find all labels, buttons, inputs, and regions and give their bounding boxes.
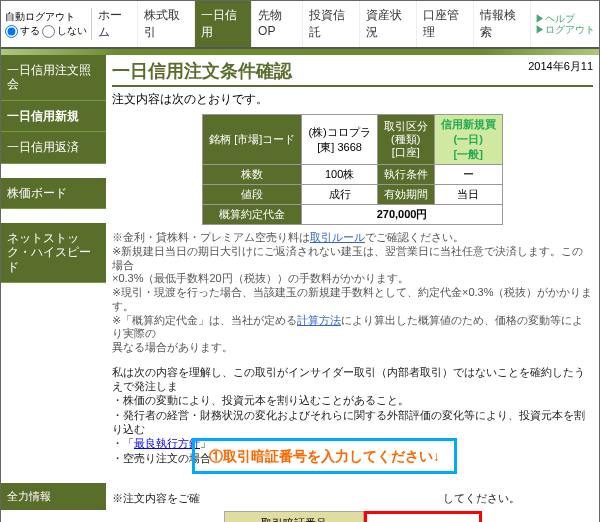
note-2: ※新規建日当日の期日大引けにご返済されない建玉は、翌営業日に当社任意で決済します…: [112, 245, 583, 271]
note-3: ×0.3%（最低手数料20円（税抜））の手数料がかかります。: [112, 272, 409, 284]
pin-label: 取引暗証番号: [233, 516, 355, 522]
page-title: 一日信用注文条件確認: [112, 59, 593, 87]
auto-logout-label: 自動ログアウト: [5, 10, 87, 24]
sidebar-bottom[interactable]: 全力情報: [1, 483, 106, 510]
para-1: 私は次の内容を理解し、この取引がインサイダー取引（内部者取引）ではないことを確約…: [112, 365, 593, 394]
note-6: 異なる場合があります。: [112, 341, 233, 353]
calc-link[interactable]: 計算方法: [297, 314, 341, 326]
confirm-paragraph: 私は次の内容を理解し、この取引がインサイダー取引（内部者取引）ではないことを確約…: [112, 365, 593, 505]
help-links: ▶ヘルプ ▶ログアウト: [531, 13, 599, 35]
page-date: 2014年6月11: [528, 59, 593, 74]
notes-block: ※金利・貸株料・プレミアム空売り料は取引ルールでご確認ください。 ※新規建日当日…: [112, 231, 593, 355]
sidebar-item-order-list[interactable]: 一日信用注文照会: [1, 55, 106, 101]
th-valid: 有効期間: [377, 185, 434, 205]
top-nav: ホーム 株式取引 一日信用 先物OP 投資信託 資産状況 口座管理 情報検索: [92, 1, 531, 47]
td-est: 270,000円: [302, 205, 502, 225]
th-qty: 株数: [203, 165, 302, 185]
para-2: ・株価の変動により、投資元本を割り込むことがあること。: [112, 393, 593, 407]
order-table: 銘柄 [市場]コード (株)コロプラ [東] 3668 取引区分 (種類) [口…: [202, 114, 503, 225]
nav-account[interactable]: 口座管理: [417, 1, 474, 47]
th-type: 取引区分 (種類) [口座]: [377, 115, 434, 165]
pin-input-highlight: [364, 511, 482, 522]
nav-margin-day[interactable]: 一日信用: [195, 1, 252, 47]
logout-link[interactable]: ▶ログアウト: [535, 24, 595, 35]
sidebar-item-board[interactable]: 株価ボード: [1, 178, 106, 209]
pin-label-box: 取引暗証番号 🔒セキュリティキーボード: [224, 511, 364, 522]
note-4: ※現引・現渡を行った場合、当該建玉の新規建手数料として、約定代金×0.3%（税抜…: [112, 286, 593, 312]
nav-fund[interactable]: 投資信託: [303, 1, 360, 47]
th-est: 概算約定代金: [203, 205, 302, 225]
nav-futures[interactable]: 先物OP: [252, 1, 303, 47]
td-price: 成行: [302, 185, 377, 205]
rules-link[interactable]: 取引ルール: [310, 231, 365, 243]
auto-logout-box: 自動ログアウト する しない: [1, 8, 92, 40]
th-symbol: 銘柄 [市場]コード: [203, 115, 302, 165]
sidebar-item-new[interactable]: 一日信用新規: [1, 101, 106, 132]
para-6b: してください。: [443, 492, 520, 504]
note-1a: ※金利・貸株料・プレミアム空売り料は: [112, 231, 310, 243]
logout-on-radio[interactable]: [5, 25, 18, 38]
td-qty: 100株: [302, 165, 377, 185]
sidebar-item-close[interactable]: 一日信用返済: [1, 132, 106, 163]
td-valid: 当日: [434, 185, 502, 205]
pin-row: 取引暗証番号 🔒セキュリティキーボード: [224, 511, 482, 522]
nav-stock[interactable]: 株式取引: [138, 1, 195, 47]
help-link[interactable]: ▶ヘルプ: [535, 13, 595, 24]
sidebar-item-netstock[interactable]: ネットストック・ハイスピード: [1, 223, 106, 283]
para-6a: ※注文内容をご確: [112, 492, 200, 504]
nav-assets[interactable]: 資産状況: [360, 1, 417, 47]
para-4a: ・「: [112, 437, 134, 449]
nav-info[interactable]: 情報検索: [474, 1, 531, 47]
note-5a: ※「概算約定代金」は、当社が定める: [112, 314, 297, 326]
note-1b: でご確認ください。: [365, 231, 464, 243]
content-area: 2014年6月11 一日信用注文条件確認 注文内容は次のとおりです。 銘柄 [市…: [106, 55, 599, 522]
td-type: 信用新規買 (一日) [一般]: [434, 115, 502, 165]
th-price: 値段: [203, 185, 302, 205]
top-bar: 自動ログアウト する しない ホーム 株式取引 一日信用 先物OP 投資信託 資…: [1, 1, 599, 49]
td-symbol: (株)コロプラ [東] 3668: [302, 115, 377, 165]
logout-on-label: する: [20, 24, 40, 38]
td-cond: ー: [434, 165, 502, 185]
th-cond: 執行条件: [377, 165, 434, 185]
nav-home[interactable]: ホーム: [92, 1, 138, 47]
intro-text: 注文内容は次のとおりです。: [112, 91, 593, 108]
logout-off-label: しない: [57, 24, 87, 38]
callout-pin: ①取引暗証番号を入力してください↓: [192, 438, 457, 474]
sidebar: 一日信用注文照会 一日信用新規 一日信用返済 株価ボード ネットストック・ハイス…: [1, 55, 106, 522]
logout-off-radio[interactable]: [42, 25, 55, 38]
best-exec-link[interactable]: 最良執行方針: [134, 437, 200, 449]
